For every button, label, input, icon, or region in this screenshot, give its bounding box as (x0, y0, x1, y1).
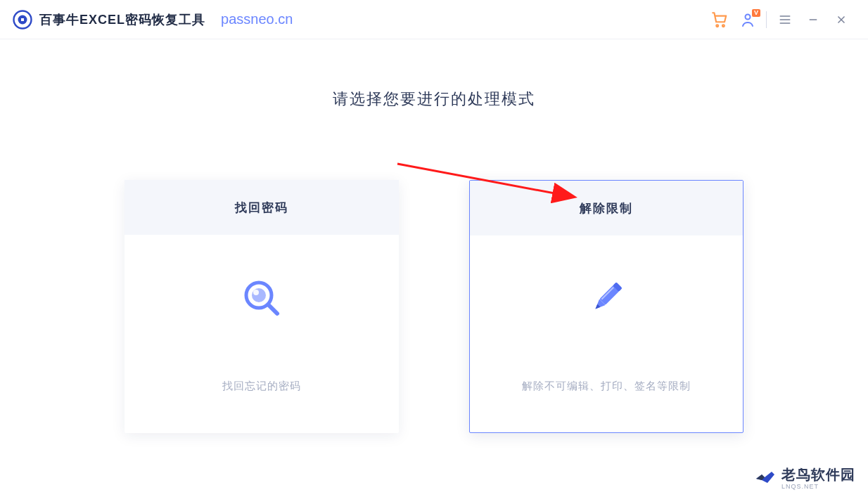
bird-icon (755, 469, 776, 487)
svg-rect-2 (21, 18, 24, 21)
card-body: 找回忘记的密码 (125, 235, 399, 433)
minimize-button[interactable] (799, 6, 827, 34)
svg-point-13 (252, 288, 266, 302)
svg-point-3 (716, 25, 718, 27)
mode-cards: 找回密码 找回忘记的密码 解除限制 (0, 180, 868, 433)
menu-icon[interactable] (771, 6, 799, 34)
card-desc: 找回忘记的密码 (222, 380, 301, 393)
svg-point-4 (722, 25, 725, 27)
card-remove-restriction[interactable]: 解除限制 解除不可编辑、打印、签名等限制 (469, 180, 743, 433)
vip-badge: V (752, 9, 760, 17)
card-title: 解除限制 (470, 181, 743, 235)
titlebar-separator (766, 11, 767, 28)
close-button[interactable] (827, 6, 855, 34)
card-title: 找回密码 (125, 180, 399, 235)
user-icon[interactable]: V (734, 6, 762, 34)
cart-icon[interactable] (706, 6, 734, 34)
watermark-subtext: LNQS.NET (781, 483, 855, 490)
titlebar: 百事牛EXCEL密码恢复工具 passneo.cn V (0, 0, 868, 39)
domain-link[interactable]: passneo.cn (221, 11, 293, 27)
magnifier-icon (239, 276, 284, 323)
page-title: 请选择您要进行的处理模式 (0, 89, 868, 110)
pencil-icon (584, 276, 629, 323)
card-desc: 解除不可编辑、打印、签名等限制 (522, 380, 691, 393)
main-area: 请选择您要进行的处理模式 找回密码 找回忘记的密码 解除限制 (0, 39, 868, 433)
svg-point-5 (746, 14, 751, 19)
card-recover-password[interactable]: 找回密码 找回忘记的密码 (125, 180, 399, 433)
watermark-text: 老鸟软件园 (781, 467, 855, 482)
svg-line-15 (269, 305, 277, 314)
app-logo-icon (13, 10, 32, 30)
app-title: 百事牛EXCEL密码恢复工具 (39, 11, 205, 28)
card-body: 解除不可编辑、打印、签名等限制 (470, 235, 743, 432)
watermark: 老鸟软件园 LNQS.NET (755, 465, 855, 490)
svg-point-14 (253, 290, 259, 295)
